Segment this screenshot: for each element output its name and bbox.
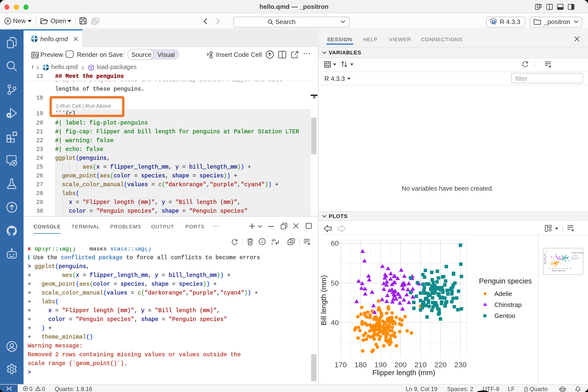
svg-text:220: 220 [434,361,447,369]
svg-text:180: 180 [552,268,554,269]
svg-text:Penguin species: Penguin species [571,252,584,254]
svg-text:40: 40 [331,318,339,326]
svg-text:R: R [492,19,496,25]
svg-text:Flipper length (mm): Flipper length (mm) [372,368,435,376]
svg-text:Flipper length (mm): Flipper length (mm) [552,270,565,272]
svg-text:230: 230 [570,268,572,269]
svg-text:Chinstrap: Chinstrap [573,256,580,258]
svg-text:200: 200 [394,361,407,369]
svg-text:200: 200 [558,268,561,269]
svg-text:50: 50 [546,256,547,257]
svg-text:Adelie: Adelie [494,290,512,298]
svg-text:Gentoo: Gentoo [494,312,515,320]
svg-text:170: 170 [548,268,550,269]
svg-text:220: 220 [566,268,568,269]
svg-text:230: 230 [454,361,466,369]
svg-text:60: 60 [331,239,339,247]
svg-text:50: 50 [331,279,339,287]
svg-text:210: 210 [414,361,426,369]
svg-text:Chinstrap: Chinstrap [494,301,522,308]
svg-text:190: 190 [374,361,386,369]
svg-text:Gentoo: Gentoo [573,258,578,260]
svg-text:c: c [271,241,273,245]
svg-text:40: 40 [546,262,547,263]
svg-text:190: 190 [555,268,557,269]
svg-text:170: 170 [334,361,347,369]
svg-text:Adelie: Adelie [573,254,578,256]
svg-text:Penguin species: Penguin species [479,277,532,285]
svg-text:210: 210 [562,268,564,269]
svg-text:60: 60 [546,250,547,252]
svg-text:Bill length (mm): Bill length (mm) [320,275,328,326]
svg-text:180: 180 [354,361,367,369]
